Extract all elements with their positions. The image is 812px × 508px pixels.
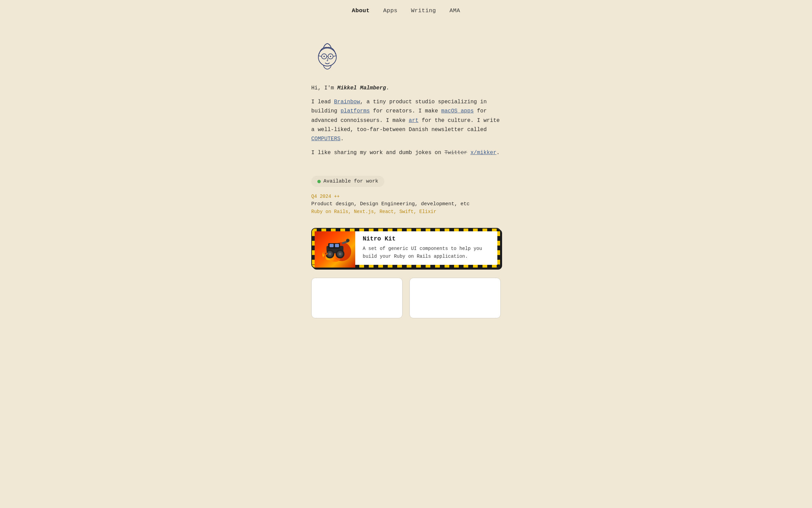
intro-name: Mikkel Malmberg [337,85,386,91]
bottom-card-1[interactable] [311,278,403,318]
svg-point-18 [346,239,349,242]
nav-ama[interactable]: AMA [450,7,460,14]
main-nav: About Apps Writing AMA [0,0,812,20]
platforms-link[interactable]: platforms [340,108,369,114]
art-link[interactable]: art [409,118,419,124]
svg-point-21 [329,253,331,255]
available-label: Available for work [323,178,378,184]
nitro-description: A set of generic UI components to help y… [363,245,493,260]
intro-paragraph2: I like sharing my work and dumb jokes on… [311,148,501,157]
work-tech: Ruby on Rails, Next.js, React, Swift, El… [311,209,501,214]
nitro-left-stripe [312,231,315,265]
svg-point-24 [339,253,341,255]
nav-apps[interactable]: Apps [383,7,398,14]
svg-point-6 [323,56,325,57]
nitro-right-stripe [497,231,500,265]
nav-about[interactable]: About [352,7,370,14]
nitro-kit-card[interactable]: Nitro Kit A set of generic UI components… [311,228,501,268]
availability-dot [317,180,321,183]
twitter-strikethrough: Twitter [445,150,467,156]
macos-link[interactable]: macOS apps [441,108,474,114]
bottom-card-2[interactable] [409,278,501,318]
main-content: Hi, I'm Mikkel Malmberg. I lead Brainbow… [304,20,508,332]
xmikker-link[interactable]: x/mikker [471,150,497,156]
work-date: Q4 2024 ++ [311,194,501,199]
svg-point-7 [330,56,331,57]
svg-rect-16 [335,244,339,247]
work-details: Q4 2024 ++ Product design, Design Engine… [311,194,501,214]
available-badge: Available for work [311,176,384,187]
brainbow-link[interactable]: Brainbow [334,99,360,105]
nav-writing[interactable]: Writing [411,7,436,14]
intro-paragraph1: I lead Brainbow, a tiny product studio s… [311,98,501,144]
bottom-cards [311,278,501,318]
nitro-image [315,229,355,268]
svg-rect-15 [330,244,334,247]
svg-line-4 [318,56,322,57]
avatar [311,40,501,74]
work-description: Product design, Design Engineering, deve… [311,201,501,207]
svg-line-5 [333,56,337,57]
nitro-text: Nitro Kit A set of generic UI components… [355,229,500,268]
svg-point-0 [318,48,336,66]
nitro-title: Nitro Kit [363,235,493,242]
intro-greeting: Hi, I'm Mikkel Malmberg. [311,84,501,93]
computers-link[interactable]: COMPUTERS [311,136,340,142]
